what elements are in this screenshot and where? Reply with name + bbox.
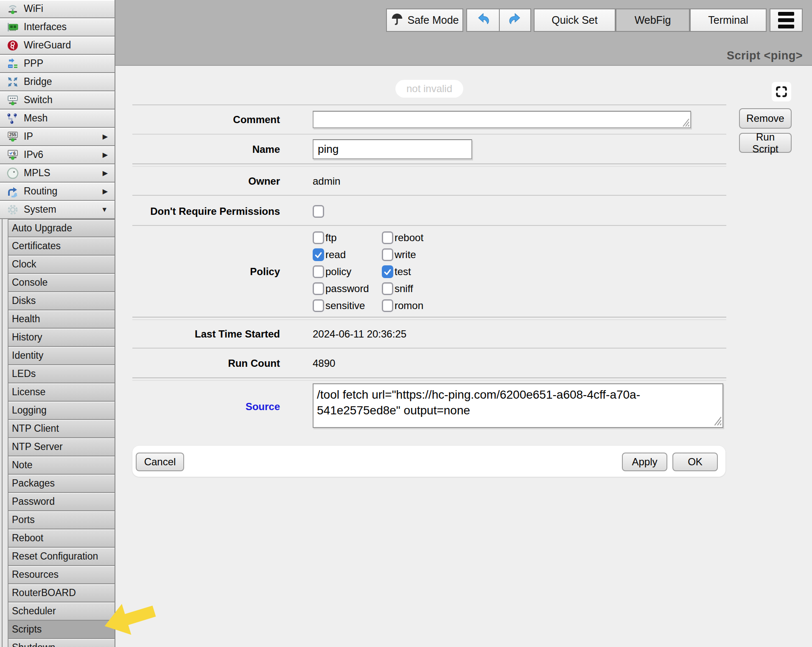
menu-button[interactable]	[770, 8, 803, 32]
sidebar-item-mesh[interactable]: Mesh	[0, 110, 115, 128]
sidebar-item-label: Switch	[24, 94, 53, 106]
policy-checkbox-romon[interactable]	[382, 299, 393, 312]
sidebar-item-label: Bridge	[24, 76, 52, 87]
sidebar-item-switch[interactable]: Switch	[0, 91, 115, 110]
divider	[132, 380, 726, 381]
sidebar-item-wireguard[interactable]: WireGuard	[0, 37, 115, 55]
sidebar-subitem-identity[interactable]: Identity	[8, 347, 115, 365]
comment-input[interactable]	[313, 111, 691, 128]
policy-checkbox-read[interactable]	[313, 248, 324, 261]
sidebar-subitem-certificates[interactable]: Certificates	[8, 237, 115, 256]
sidebar-item-routing[interactable]: Routing▶	[0, 183, 115, 201]
sidebar-item-mpls[interactable]: MPLS▶	[0, 164, 115, 183]
redo-icon	[508, 12, 522, 29]
undo-button[interactable]	[466, 8, 500, 32]
policy-checkbox-reboot[interactable]	[382, 231, 393, 244]
policy-checkbox-ftp[interactable]	[313, 231, 324, 244]
sidebar-item-label: IP	[24, 131, 33, 142]
policy-checkbox-label: password	[325, 283, 369, 295]
routing-icon	[6, 185, 20, 198]
chevron-right-icon: ▶	[103, 132, 108, 141]
sidebar-subitem-routerboard[interactable]: RouterBOARD	[8, 584, 115, 602]
run-script-button[interactable]: Run Script	[739, 133, 792, 153]
policy-checkbox-label: policy	[325, 266, 351, 278]
divider	[132, 134, 726, 135]
hamburger-icon	[778, 12, 794, 28]
source-input[interactable]: /tool fetch url="https://hc-ping.com/620…	[313, 383, 723, 428]
quick-set-tab[interactable]: Quick Set	[534, 8, 616, 32]
policy-checkbox-label: ftp	[325, 232, 337, 244]
fullscreen-button[interactable]	[772, 82, 791, 101]
sidebar-item-ppp[interactable]: PPP	[0, 55, 115, 73]
sidebar-subitem-leds[interactable]: LEDs	[8, 365, 115, 383]
policy-checkbox-write[interactable]	[382, 248, 393, 261]
sidebar-subitem-ntp-client[interactable]: NTP Client	[8, 420, 115, 438]
cancel-button[interactable]: Cancel	[136, 453, 184, 471]
policy-checkbox-grid: ftprebootreadwritepolicytestpasswordsnif…	[313, 229, 423, 314]
terminal-tab[interactable]: Terminal	[690, 8, 767, 32]
sidebar-subitem-packages[interactable]: Packages	[8, 475, 115, 493]
sidebar-item-label: PPP	[24, 58, 43, 69]
divider	[132, 166, 726, 167]
sidebar-subitem-reboot[interactable]: Reboot	[8, 529, 115, 548]
sidebar-subitem-reset-configuration[interactable]: Reset Configuration	[8, 548, 115, 566]
policy-checkbox-test[interactable]	[382, 265, 393, 278]
switch-icon	[6, 93, 20, 107]
sidebar-subitem-health[interactable]: Health	[8, 310, 115, 329]
fullscreen-icon	[775, 85, 788, 98]
ppp-icon	[6, 57, 20, 70]
divider	[132, 317, 726, 318]
sidebar-subitem-ports[interactable]: Ports	[8, 511, 115, 529]
dont-require-permissions-checkbox[interactable]	[313, 205, 324, 218]
redo-button[interactable]	[499, 8, 531, 32]
webfig-tab[interactable]: WebFig	[616, 8, 690, 32]
sidebar-subitem-disks[interactable]: Disks	[8, 292, 115, 310]
policy-cell-sensitive: sensitive	[313, 299, 382, 312]
sidebar-item-wifi[interactable]: WiFi	[0, 0, 115, 18]
sidebar-subitem-scheduler[interactable]: Scheduler	[8, 602, 115, 621]
policy-checkbox-label: sniff	[395, 283, 413, 295]
source-label: Source	[132, 401, 280, 413]
comment-label: Comment	[132, 114, 280, 126]
sidebar-subitem-console[interactable]: Console	[8, 274, 115, 292]
ok-button[interactable]: OK	[672, 453, 718, 471]
sidebar-subitem-password[interactable]: Password	[8, 493, 115, 511]
ip-icon: 255	[6, 130, 20, 143]
policy-checkbox-sniff[interactable]	[382, 282, 393, 295]
sidebar-subitem-ntp-server[interactable]: NTP Server	[8, 438, 115, 456]
dont-require-permissions-label: Don't Require Permissions	[132, 205, 280, 217]
sidebar-item-interfaces[interactable]: Interfaces	[0, 18, 115, 37]
sidebar-item-bridge[interactable]: Bridge	[0, 73, 115, 91]
sidebar-subitem-license[interactable]: License	[8, 383, 115, 402]
sidebar-item-ipv6[interactable]: 6IPv6▶	[0, 146, 115, 164]
sidebar-item-system[interactable]: System▼	[0, 201, 115, 219]
sidebar-subitem-resources[interactable]: Resources	[8, 566, 115, 584]
divider	[132, 348, 726, 349]
policy-checkbox-password[interactable]	[313, 282, 324, 295]
sidebar-subitem-auto-upgrade[interactable]: Auto Upgrade	[8, 219, 115, 237]
sidebar-subitem-clock[interactable]: Clock	[8, 256, 115, 274]
run-count-label: Run Count	[132, 357, 280, 369]
sidebar-subitem-logging[interactable]: Logging	[8, 402, 115, 420]
apply-button[interactable]: Apply	[622, 453, 667, 471]
undo-icon	[476, 12, 490, 29]
sidebar-subitem-scripts[interactable]: Scripts	[8, 621, 115, 639]
sidebar-item-ip[interactable]: 255IP▶	[0, 128, 115, 146]
sidebar-subitem-shutdown[interactable]: Shutdown	[8, 639, 115, 647]
policy-checkbox-label: write	[395, 249, 416, 261]
policy-checkbox-policy[interactable]	[313, 265, 324, 278]
last-time-started-label: Last Time Started	[132, 328, 280, 340]
policy-cell-password: password	[313, 282, 382, 295]
policy-checkbox-label: sensitive	[325, 300, 365, 312]
policy-checkbox-sensitive[interactable]	[313, 299, 324, 312]
policy-checkbox-label: test	[395, 266, 411, 278]
sidebar-subitem-history[interactable]: History	[8, 329, 115, 347]
sidebar-nav: WiFiInterfacesWireGuardPPPBridgeSwitchMe…	[0, 0, 115, 647]
name-input[interactable]	[313, 139, 472, 159]
remove-button[interactable]: Remove	[739, 108, 792, 129]
policy-cell-write: write	[382, 248, 423, 261]
sidebar-subitem-note[interactable]: Note	[8, 456, 115, 475]
bridge-icon	[6, 75, 20, 89]
safe-mode-button[interactable]: Safe Mode	[386, 8, 463, 32]
sidebar-item-label: WiFi	[24, 3, 43, 14]
